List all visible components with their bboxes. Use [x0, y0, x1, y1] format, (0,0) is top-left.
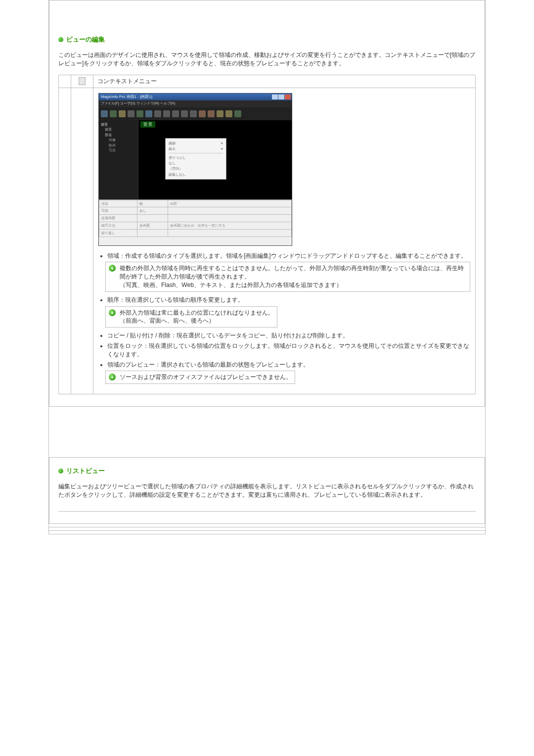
plus-icon: +: [109, 265, 116, 272]
toolbar-icon[interactable]: [172, 110, 179, 117]
list-item: 位置をロック：現在選択している領域の位置をロックします。領域がロックされると、マ…: [107, 342, 470, 359]
toolbar-icon[interactable]: [101, 110, 108, 117]
toolbar-icon[interactable]: [110, 110, 117, 117]
maximize-icon[interactable]: [278, 94, 284, 99]
page-root: ビューの編集 このビューは画面のデザインに使用され、マウスを使用して領域の作成、…: [0, 0, 534, 756]
tree-node[interactable]: 動画: [101, 143, 136, 148]
toolbar-icon[interactable]: [225, 110, 232, 117]
app-body: 背景 背景 新規 画像 動画 写真 背 景: [99, 120, 292, 199]
window-thumb-icon: [79, 77, 86, 85]
panel-label: （空白）: [169, 166, 182, 171]
gutter-left-1: [59, 75, 71, 88]
close-icon[interactable]: [285, 94, 291, 99]
panel-label: なし: [169, 160, 176, 166]
explanation-list: 領域：作成する領域のタイプを選択します。領域を[画面編集]ウィンドウにドラッグア…: [98, 252, 470, 260]
tree-node[interactable]: 背景: [101, 122, 136, 128]
note-office-preview: + ソースおよび背景のオフィスファイルはプレビューできません。: [105, 371, 295, 384]
app-title: MagicInfo Pro 画面1 - [画面1]: [100, 94, 152, 99]
plus-icon: +: [109, 309, 116, 316]
grid-cell[interactable]: あし: [137, 207, 168, 215]
note-top-position: + 外部入力領域は常に最も上の位置になければなりません。 （前面へ、背面へ、前へ…: [105, 306, 277, 328]
property-grid[interactable]: 項目 幅 内容 写真 あし: [99, 200, 292, 237]
tree-node[interactable]: 新規: [101, 133, 136, 138]
context-menu-content: MagicInfo Pro 画面1 - [画面1] ファイル(F) ユーザ(U)…: [93, 88, 476, 394]
app-titlebar: MagicInfo Pro 画面1 - [画面1]: [99, 94, 292, 100]
context-menu-block: コンテキストメニュー MagicInfo Pro 画面1 - [画面1]: [58, 75, 476, 394]
toolbar-icon[interactable]: [154, 110, 161, 117]
toolbar-icon[interactable]: [199, 110, 206, 117]
app-tree[interactable]: 背景 背景 新規 画像 動画 写真: [99, 120, 138, 199]
toolbar-icon[interactable]: [190, 110, 197, 117]
grid-cell[interactable]: 全画面: [137, 222, 168, 229]
minimize-icon[interactable]: [272, 94, 278, 99]
toolbar-icon[interactable]: [217, 110, 223, 117]
app-canvas[interactable]: 背 景 網掛▾ 線太▾ 塗りつぶし なし （空白）: [138, 120, 292, 199]
app-lower-grid: 項目 幅 内容 写真 あし: [99, 199, 292, 245]
grid-cell[interactable]: [137, 229, 168, 236]
note-text: ソースおよび背景のオフィスファイルはプレビューできません。: [120, 373, 292, 381]
panel-label: 繰返しなし: [169, 172, 186, 177]
toolbar-icon[interactable]: [181, 110, 188, 117]
explanation-list: コピー / 貼り付け / 削除：現在選択しているデータをコピー、貼り付けおよび削…: [98, 331, 470, 369]
canvas-properties-panel[interactable]: 網掛▾ 線太▾ 塗りつぶし なし （空白） 繰返しなし: [165, 138, 226, 180]
toolbar-icon[interactable]: [208, 110, 215, 117]
panel-label: 網掛: [169, 141, 176, 146]
note-multiple-input: + 複数の外部入力領域を同時に再生することはできません。したがって、外部入力領域…: [105, 262, 470, 291]
plus-icon: +: [109, 374, 116, 380]
canvas-tab[interactable]: 背 景: [140, 121, 155, 128]
grid-cell[interactable]: 繰り返し: [99, 229, 137, 236]
intro-list-view: 編集ビューおよびツリービューで選択した領域の各プロパティの詳細機能を表示します。…: [58, 482, 476, 499]
toolbar-icon[interactable]: [136, 110, 143, 117]
toolbar-icon[interactable]: [145, 110, 152, 117]
grid-cell[interactable]: 写真: [99, 207, 137, 215]
panel-label: 塗りつぶし: [169, 155, 186, 160]
grid-cell[interactable]: [168, 229, 291, 236]
app-toolbar: [99, 107, 292, 120]
grid-cell[interactable]: [168, 207, 291, 215]
heading-edit-view: ビューの編集: [58, 35, 476, 44]
thumb-cell: [71, 75, 93, 88]
gutter-left-2b: [71, 88, 93, 394]
outer-frame: ビューの編集 このビューは画面のデザインに使用され、マウスを使用して領域の作成、…: [48, 0, 486, 534]
grid-cell[interactable]: [137, 215, 168, 222]
panel-label: 線太: [169, 146, 176, 151]
grid-header: 幅: [137, 200, 168, 207]
note-text: 複数の外部入力領域を同時に再生することはできません。したがって、外部入力領域の再…: [120, 264, 467, 289]
grid-cell[interactable]: 拡張画面: [99, 215, 137, 222]
explanation-list: 順序：現在選択している領域の順序を変更します。: [98, 296, 470, 304]
section-edit-view: ビューの編集 このビューは画面のデザインに使用され、マウスを使用して領域の作成、…: [49, 0, 485, 407]
window-buttons: [272, 94, 291, 99]
list-item: 順序：現在選択している領域の順序を変更します。: [107, 296, 470, 304]
section-list-view: リストビュー 編集ビューおよびツリービューで選択した領域の各プロパティの詳細機能…: [49, 457, 485, 524]
intro-edit-view: このビューは画面のデザインに使用され、マウスを使用して領域の作成、移動およびサイ…: [58, 51, 476, 68]
list-item: コピー / 貼り付け / 削除：現在選択しているデータをコピー、貼り付けおよび削…: [107, 331, 470, 340]
toolbar-icon[interactable]: [163, 110, 170, 117]
toolbar-icon[interactable]: [128, 110, 134, 117]
app-menubar[interactable]: ファイル(F) ユーザ(U) ウィンドウ(W) ヘルプ(H): [99, 100, 292, 107]
note-text: 外部入力領域は常に最も上の位置になければなりません。 （前面へ、背面へ、前へ、後…: [120, 309, 274, 326]
list-item: 領域のプレビュー：選択されている領域の最新の状態をプレビューします。: [107, 361, 470, 369]
heading-list-view: リストビュー: [58, 467, 476, 475]
grid-cell[interactable]: [168, 215, 291, 222]
grid-cell[interactable]: 縮尺方法: [99, 222, 137, 229]
gutter-left-2: [59, 88, 71, 394]
toolbar-icon[interactable]: [119, 110, 126, 117]
tree-node[interactable]: 写真: [101, 148, 136, 153]
tree-node[interactable]: 背景: [101, 127, 136, 133]
grid-header: 項目: [99, 200, 137, 207]
app-window-mock: MagicInfo Pro 画面1 - [画面1] ファイル(F) ユーザ(U)…: [98, 93, 292, 246]
context-menu-label: コンテキストメニュー: [93, 75, 476, 88]
grid-header: 内容: [168, 200, 291, 207]
list-item: 領域：作成する領域のタイプを選択します。領域を[画面編集]ウィンドウにドラッグア…: [107, 252, 470, 260]
grid-cell[interactable]: 全画面に合わせ、比率を一定にする: [168, 222, 291, 229]
toolbar-icon[interactable]: [234, 110, 241, 117]
tree-node[interactable]: 画像: [101, 138, 136, 143]
